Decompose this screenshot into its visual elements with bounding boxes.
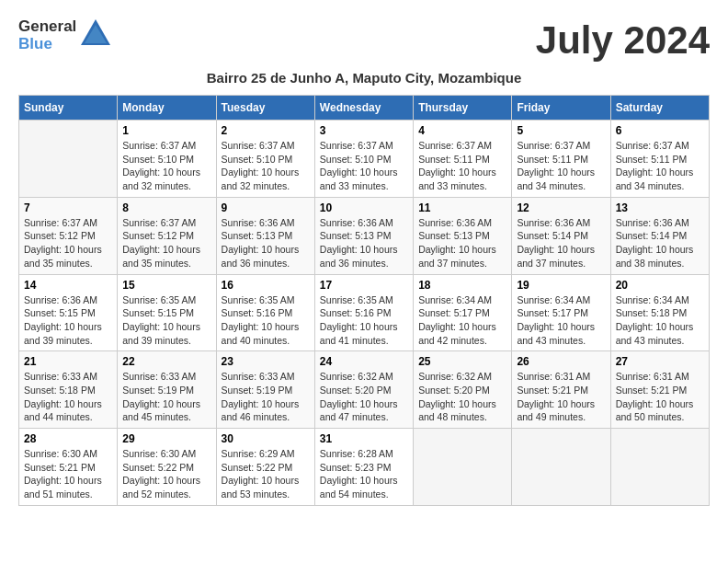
calendar-cell (610, 429, 709, 506)
calendar-cell: 30Sunrise: 6:29 AMSunset: 5:22 PMDayligh… (216, 429, 314, 506)
day-number: 6 (616, 124, 704, 137)
logo-blue: Blue (18, 36, 76, 53)
day-number: 16 (222, 279, 310, 292)
day-info: Sunrise: 6:34 AMSunset: 5:17 PMDaylight:… (517, 293, 605, 348)
calendar-cell: 17Sunrise: 6:35 AMSunset: 5:16 PMDayligh… (314, 274, 413, 351)
day-of-week-header: Sunday (19, 96, 118, 121)
day-of-week-header: Tuesday (216, 96, 314, 121)
day-number: 28 (24, 432, 112, 445)
logo: General Blue (18, 18, 112, 52)
month-title: July 2024 (536, 18, 710, 63)
subtitle: Bairro 25 de Junho A, Maputo City, Mozam… (18, 70, 710, 86)
day-number: 14 (24, 279, 112, 292)
calendar-cell: 2Sunrise: 6:37 AMSunset: 5:10 PMDaylight… (216, 121, 314, 198)
calendar-cell: 26Sunrise: 6:31 AMSunset: 5:21 PMDayligh… (512, 351, 610, 429)
day-number: 13 (616, 201, 704, 214)
day-info: Sunrise: 6:29 AMSunset: 5:22 PMDaylight:… (222, 447, 310, 501)
day-info: Sunrise: 6:36 AMSunset: 5:13 PMDaylight:… (418, 216, 506, 270)
day-info: Sunrise: 6:37 AMSunset: 5:12 PMDaylight:… (122, 216, 210, 270)
day-number: 27 (616, 355, 704, 368)
day-number: 18 (418, 279, 506, 292)
day-info: Sunrise: 6:31 AMSunset: 5:21 PMDaylight:… (517, 370, 605, 424)
day-info: Sunrise: 6:33 AMSunset: 5:18 PMDaylight:… (24, 370, 112, 424)
calendar-table: SundayMondayTuesdayWednesdayThursdayFrid… (18, 95, 710, 506)
day-info: Sunrise: 6:33 AMSunset: 5:19 PMDaylight:… (122, 370, 210, 424)
day-info: Sunrise: 6:37 AMSunset: 5:11 PMDaylight:… (517, 139, 605, 193)
day-info: Sunrise: 6:37 AMSunset: 5:11 PMDaylight:… (418, 139, 506, 193)
day-info: Sunrise: 6:28 AMSunset: 5:23 PMDaylight:… (320, 447, 408, 501)
day-number: 12 (517, 201, 605, 214)
day-info: Sunrise: 6:34 AMSunset: 5:18 PMDaylight:… (616, 293, 704, 348)
calendar-cell: 12Sunrise: 6:36 AMSunset: 5:14 PMDayligh… (512, 197, 610, 274)
day-number: 23 (222, 355, 310, 368)
day-info: Sunrise: 6:31 AMSunset: 5:21 PMDaylight:… (616, 370, 704, 424)
day-number: 22 (122, 355, 210, 368)
calendar-cell: 18Sunrise: 6:34 AMSunset: 5:17 PMDayligh… (414, 274, 512, 351)
calendar-cell: 1Sunrise: 6:37 AMSunset: 5:10 PMDaylight… (118, 121, 216, 198)
calendar-cell: 10Sunrise: 6:36 AMSunset: 5:13 PMDayligh… (314, 197, 413, 274)
day-info: Sunrise: 6:30 AMSunset: 5:22 PMDaylight:… (122, 447, 210, 501)
logo-general: General (18, 18, 76, 36)
day-number: 17 (320, 279, 408, 292)
day-info: Sunrise: 6:35 AMSunset: 5:16 PMDaylight:… (320, 293, 408, 348)
calendar-cell: 3Sunrise: 6:37 AMSunset: 5:10 PMDaylight… (314, 121, 413, 198)
day-info: Sunrise: 6:32 AMSunset: 5:20 PMDaylight:… (418, 370, 506, 424)
day-of-week-header: Saturday (610, 96, 709, 121)
calendar-cell: 6Sunrise: 6:37 AMSunset: 5:11 PMDaylight… (610, 121, 709, 198)
calendar-cell: 22Sunrise: 6:33 AMSunset: 5:19 PMDayligh… (118, 351, 216, 429)
day-number: 30 (222, 432, 310, 445)
day-info: Sunrise: 6:36 AMSunset: 5:14 PMDaylight:… (616, 216, 704, 270)
day-number: 15 (122, 279, 210, 292)
calendar-cell: 8Sunrise: 6:37 AMSunset: 5:12 PMDaylight… (118, 197, 216, 274)
day-info: Sunrise: 6:36 AMSunset: 5:15 PMDaylight:… (24, 293, 112, 348)
day-info: Sunrise: 6:37 AMSunset: 5:10 PMDaylight:… (122, 139, 210, 193)
day-info: Sunrise: 6:36 AMSunset: 5:13 PMDaylight:… (222, 216, 310, 270)
day-of-week-header: Wednesday (314, 96, 413, 121)
calendar-cell: 11Sunrise: 6:36 AMSunset: 5:13 PMDayligh… (414, 197, 512, 274)
calendar-cell (512, 429, 610, 506)
calendar-cell: 14Sunrise: 6:36 AMSunset: 5:15 PMDayligh… (19, 274, 118, 351)
calendar-cell: 9Sunrise: 6:36 AMSunset: 5:13 PMDaylight… (216, 197, 314, 274)
day-number: 29 (122, 432, 210, 445)
day-number: 2 (222, 124, 310, 137)
day-number: 5 (517, 124, 605, 137)
day-number: 10 (320, 201, 408, 214)
logo-icon (79, 17, 112, 51)
day-number: 19 (517, 279, 605, 292)
day-number: 1 (122, 124, 210, 137)
day-info: Sunrise: 6:33 AMSunset: 5:19 PMDaylight:… (222, 370, 310, 424)
day-info: Sunrise: 6:37 AMSunset: 5:10 PMDaylight:… (320, 139, 408, 193)
day-info: Sunrise: 6:36 AMSunset: 5:13 PMDaylight:… (320, 216, 408, 270)
day-number: 8 (122, 201, 210, 214)
day-number: 31 (320, 432, 408, 445)
day-info: Sunrise: 6:35 AMSunset: 5:15 PMDaylight:… (122, 293, 210, 348)
day-info: Sunrise: 6:32 AMSunset: 5:20 PMDaylight:… (320, 370, 408, 424)
day-of-week-header: Friday (512, 96, 610, 121)
day-number: 26 (517, 355, 605, 368)
day-number: 3 (320, 124, 408, 137)
day-number: 11 (418, 201, 506, 214)
calendar-cell: 29Sunrise: 6:30 AMSunset: 5:22 PMDayligh… (118, 429, 216, 506)
calendar-cell: 27Sunrise: 6:31 AMSunset: 5:21 PMDayligh… (610, 351, 709, 429)
day-info: Sunrise: 6:34 AMSunset: 5:17 PMDaylight:… (418, 293, 506, 348)
day-of-week-header: Thursday (414, 96, 512, 121)
calendar-cell: 25Sunrise: 6:32 AMSunset: 5:20 PMDayligh… (414, 351, 512, 429)
day-info: Sunrise: 6:30 AMSunset: 5:21 PMDaylight:… (24, 447, 112, 501)
calendar-cell: 24Sunrise: 6:32 AMSunset: 5:20 PMDayligh… (314, 351, 413, 429)
calendar-cell: 31Sunrise: 6:28 AMSunset: 5:23 PMDayligh… (314, 429, 413, 506)
calendar-cell: 23Sunrise: 6:33 AMSunset: 5:19 PMDayligh… (216, 351, 314, 429)
calendar-cell: 7Sunrise: 6:37 AMSunset: 5:12 PMDaylight… (19, 197, 118, 274)
day-info: Sunrise: 6:37 AMSunset: 5:10 PMDaylight:… (222, 139, 310, 193)
calendar-cell: 13Sunrise: 6:36 AMSunset: 5:14 PMDayligh… (610, 197, 709, 274)
day-info: Sunrise: 6:36 AMSunset: 5:14 PMDaylight:… (517, 216, 605, 270)
day-number: 24 (320, 355, 408, 368)
calendar-cell: 16Sunrise: 6:35 AMSunset: 5:16 PMDayligh… (216, 274, 314, 351)
calendar-cell: 20Sunrise: 6:34 AMSunset: 5:18 PMDayligh… (610, 274, 709, 351)
calendar-cell (414, 429, 512, 506)
calendar-cell: 21Sunrise: 6:33 AMSunset: 5:18 PMDayligh… (19, 351, 118, 429)
day-info: Sunrise: 6:37 AMSunset: 5:11 PMDaylight:… (616, 139, 704, 193)
calendar-cell: 28Sunrise: 6:30 AMSunset: 5:21 PMDayligh… (19, 429, 118, 506)
calendar-cell: 15Sunrise: 6:35 AMSunset: 5:15 PMDayligh… (118, 274, 216, 351)
day-number: 9 (222, 201, 310, 214)
calendar-cell: 19Sunrise: 6:34 AMSunset: 5:17 PMDayligh… (512, 274, 610, 351)
